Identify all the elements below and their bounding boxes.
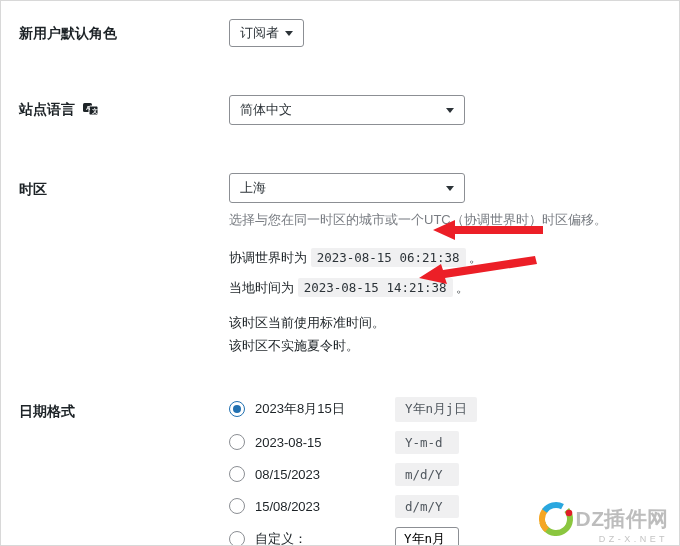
date-format-option-display: 2023年8月15日 — [255, 400, 395, 418]
local-prefix: 当地时间为 — [229, 280, 294, 295]
utc-time-line: 协调世界时为 2023-08-15 06:21:38 。 — [229, 248, 679, 269]
utc-suffix: 。 — [469, 250, 482, 265]
local-time-line: 当地时间为 2023-08-15 14:21:38 。 — [229, 278, 679, 299]
site-language-label: 站点语言 A 文 — [19, 95, 229, 119]
chevron-down-icon — [285, 31, 293, 36]
date-format-option-code: Y年n月j日 — [395, 397, 477, 422]
date-format-option-display: 2023-08-15 — [255, 435, 395, 450]
timezone-standard-note: 该时区当前使用标准时间。 — [229, 313, 679, 334]
date-format-option-code: m/d/Y — [395, 463, 459, 486]
date-format-option-code: d/m/Y — [395, 495, 459, 518]
timezone-label: 时区 — [19, 173, 229, 199]
watermark-text: DZ插件网 — [576, 505, 670, 533]
timezone-dst-note: 该时区不实施夏令时。 — [229, 336, 679, 357]
date-format-option-display: 08/15/2023 — [255, 467, 395, 482]
watermark-sub: D Z - X . N E T — [599, 534, 665, 544]
watermark: DZ插件网 — [536, 499, 670, 539]
site-language-select[interactable]: 简体中文 — [229, 95, 465, 125]
utc-time-value: 2023-08-15 06:21:38 — [311, 248, 466, 267]
default-role-select[interactable]: 订阅者 — [229, 19, 304, 47]
date-format-option-code: Y-m-d — [395, 431, 459, 454]
date-format-radio-3[interactable] — [229, 498, 245, 514]
date-format-radio-2[interactable] — [229, 466, 245, 482]
timezone-description: 选择与您在同一时区的城市或一个UTC（协调世界时）时区偏移。 — [229, 210, 679, 230]
timezone-select[interactable]: 上海 — [229, 173, 465, 203]
date-format-radio-1[interactable] — [229, 434, 245, 450]
watermark-logo-icon — [536, 499, 576, 539]
site-language-selected: 简体中文 — [240, 101, 292, 119]
svg-text:文: 文 — [91, 107, 98, 114]
timezone-selected: 上海 — [240, 179, 266, 197]
date-format-radio-0[interactable] — [229, 401, 245, 417]
svg-point-9 — [565, 510, 572, 517]
date-format-option-display: 15/08/2023 — [255, 499, 395, 514]
local-suffix: 。 — [456, 280, 469, 295]
default-role-label: 新用户默认角色 — [19, 19, 229, 43]
translate-icon: A 文 — [83, 102, 99, 119]
local-time-value: 2023-08-15 14:21:38 — [298, 278, 453, 297]
chevron-down-icon — [446, 186, 454, 191]
date-format-custom-label: 自定义： — [255, 530, 395, 546]
svg-text:A: A — [86, 105, 91, 111]
date-format-radio-custom[interactable] — [229, 531, 245, 546]
chevron-down-icon — [446, 108, 454, 113]
date-format-custom-input[interactable] — [395, 527, 459, 546]
date-format-label: 日期格式 — [19, 397, 229, 421]
default-role-selected: 订阅者 — [240, 24, 279, 42]
utc-prefix: 协调世界时为 — [229, 250, 307, 265]
site-language-label-text: 站点语言 — [19, 101, 75, 117]
